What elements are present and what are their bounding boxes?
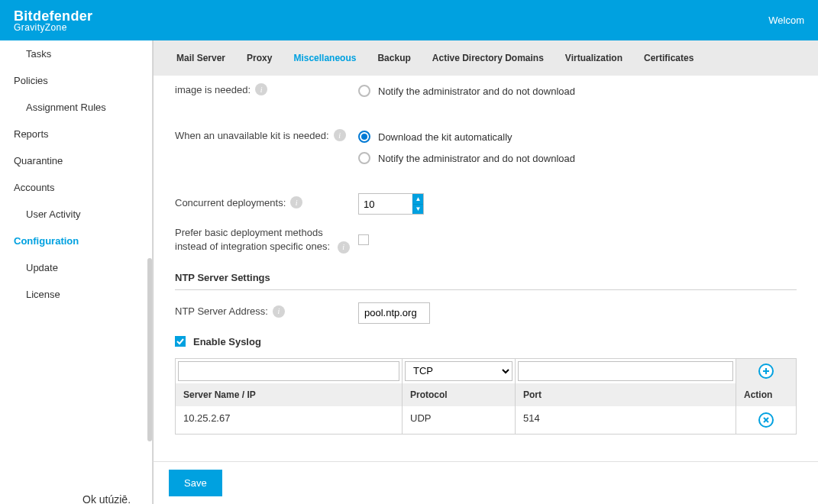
tab-virtualization[interactable]: Virtualization (554, 40, 633, 76)
label-prefer-basic-a: Prefer basic deployment methods (175, 227, 323, 241)
sidebar-item-reports[interactable]: Reports (0, 121, 152, 147)
row-image-needed: image is needed: i Notify the administra… (175, 76, 797, 106)
syslog-header-port: Port (516, 383, 736, 406)
label-image-needed-text: image is needed: (175, 84, 251, 95)
close-icon (762, 416, 770, 424)
sidebar-item-assignment-rules[interactable]: Assignment Rules (0, 94, 152, 121)
syslog-input-row: TCP (176, 359, 796, 383)
radio-icon (358, 152, 370, 164)
info-icon[interactable]: i (255, 83, 267, 95)
ctrl-prefer-basic (358, 224, 797, 247)
syslog-row-port: 514 (516, 406, 736, 434)
row-ntp-address: NTP Server Address: i (175, 298, 797, 328)
radio-icon (358, 85, 370, 97)
syslog-input-port-cell (516, 359, 736, 383)
row-kit-needed: When an unavailable kit is needed: i Dow… (175, 121, 797, 173)
enable-syslog-checkbox[interactable] (175, 336, 186, 347)
welcome-text: Welcom (768, 15, 804, 26)
label-kit-needed: When an unavailable kit is needed: i (175, 126, 358, 141)
radio-kit-notify-label: Notify the administrator and do not down… (378, 153, 575, 164)
body-wrap: Tasks Policies Assignment Rules Reports … (0, 40, 818, 504)
label-ntp-address: NTP Server Address: i (175, 302, 358, 318)
label-kit-needed-text: When an unavailable kit is needed: (175, 130, 329, 141)
app-header: Bitdefender GravityZone Welcom (0, 0, 818, 40)
tab-certificates[interactable]: Certificates (633, 40, 704, 76)
sidebar-item-update[interactable]: Update (0, 254, 152, 281)
info-icon[interactable]: i (273, 305, 285, 318)
syslog-grid: TCP Server Name / IP Protocol (175, 358, 797, 435)
label-ntp-address-text: NTP Server Address: (175, 305, 268, 317)
syslog-port-input[interactable] (518, 361, 733, 381)
syslog-input-action-cell (736, 359, 796, 383)
brand-sub: GravityZone (14, 23, 92, 32)
info-icon[interactable]: i (290, 196, 302, 208)
sidebar-item-policies[interactable]: Policies (0, 67, 152, 94)
spin-buttons: ▲ ▼ (412, 194, 423, 214)
footer-bar: Save (153, 461, 818, 504)
info-icon[interactable]: i (338, 241, 350, 254)
sidebar: Tasks Policies Assignment Rules Reports … (0, 40, 153, 504)
tab-backup[interactable]: Backup (367, 40, 421, 76)
label-prefer-basic: Prefer basic deployment methods instead … (175, 224, 358, 254)
ntp-address-input[interactable] (358, 302, 430, 324)
plus-icon (762, 367, 770, 375)
row-concurrent: Concurrent deployments: i ▲ ▼ (175, 189, 797, 219)
tab-proxy[interactable]: Proxy (236, 40, 283, 76)
syslog-server-input[interactable] (178, 361, 399, 381)
sidebar-scrollbar-thumb[interactable] (147, 258, 152, 441)
sidebar-item-tasks[interactable]: Tasks (0, 40, 152, 67)
brand-block: Bitdefender GravityZone (14, 9, 92, 32)
ctrl-kit-needed: Download the kit automatically Notify th… (358, 126, 797, 169)
radio-image-notify-label: Notify the administrator and do not down… (378, 86, 575, 97)
tab-miscellaneous[interactable]: Miscellaneous (283, 40, 367, 76)
radio-kit-notify[interactable]: Notify the administrator and do not down… (358, 147, 797, 169)
concurrent-spinner: ▲ ▼ (358, 193, 424, 215)
sidebar-item-license[interactable]: License (0, 281, 152, 308)
add-syslog-button[interactable] (758, 363, 774, 379)
syslog-input-server-cell (176, 359, 403, 383)
ntp-section-header: NTP Server Settings (175, 258, 797, 290)
brand-main: Bitdefender (14, 9, 92, 23)
tab-ad-domains[interactable]: Active Directory Domains (422, 40, 554, 76)
syslog-header-action: Action (736, 383, 796, 406)
label-prefer-basic-b: instead of integration specific ones: (175, 241, 330, 252)
spin-up-button[interactable]: ▲ (412, 194, 423, 204)
main-panel: Mail Server Proxy Miscellaneous Backup A… (153, 40, 818, 504)
cut-off-text: Ok utúziē. (82, 493, 131, 504)
tab-mail-server[interactable]: Mail Server (166, 40, 236, 76)
ctrl-concurrent: ▲ ▼ (358, 193, 797, 215)
sidebar-item-accounts[interactable]: Accounts (0, 174, 152, 201)
syslog-header-protocol: Protocol (403, 383, 516, 406)
info-icon[interactable]: i (334, 129, 346, 141)
row-prefer-basic: Prefer basic deployment methods instead … (175, 219, 797, 258)
sidebar-item-quarantine[interactable]: Quarantine (0, 147, 152, 174)
spin-down-button[interactable]: ▼ (412, 204, 423, 215)
enable-syslog-row: Enable Syslog (175, 328, 797, 358)
sidebar-scrollbar-track[interactable] (147, 48, 152, 496)
label-prefer-basic-b-wrap: instead of integration specific ones: i (175, 241, 350, 254)
syslog-data-row: 10.25.2.67 UDP 514 (176, 406, 796, 434)
radio-kit-download-label: Download the kit automatically (378, 131, 512, 143)
sidebar-item-user-activity[interactable]: User Activity (0, 201, 152, 228)
concurrent-input[interactable] (359, 194, 412, 214)
syslog-row-action-cell (736, 406, 796, 434)
sidebar-item-configuration[interactable]: Configuration (0, 228, 152, 254)
syslog-header-server: Server Name / IP (176, 383, 403, 406)
ctrl-ntp-address (358, 302, 797, 324)
prefer-basic-checkbox[interactable] (358, 234, 369, 245)
label-concurrent: Concurrent deployments: i (175, 193, 358, 208)
content-area: image is needed: i Notify the administra… (153, 76, 818, 504)
radio-image-notify[interactable]: Notify the administrator and do not down… (358, 80, 797, 102)
remove-syslog-button[interactable] (758, 412, 774, 428)
syslog-input-protocol-cell: TCP (403, 359, 516, 383)
syslog-row-protocol: UDP (403, 406, 516, 434)
enable-syslog-label: Enable Syslog (193, 336, 261, 347)
radio-kit-download[interactable]: Download the kit automatically (358, 126, 797, 147)
save-button[interactable]: Save (169, 470, 222, 496)
syslog-row-server: 10.25.2.67 (176, 406, 403, 434)
tabs-bar: Mail Server Proxy Miscellaneous Backup A… (153, 40, 818, 76)
label-image-needed: image is needed: i (175, 80, 358, 95)
syslog-protocol-select[interactable]: TCP (405, 361, 512, 381)
label-concurrent-text: Concurrent deployments: (175, 197, 286, 208)
ctrl-image-needed: Notify the administrator and do not down… (358, 80, 797, 102)
